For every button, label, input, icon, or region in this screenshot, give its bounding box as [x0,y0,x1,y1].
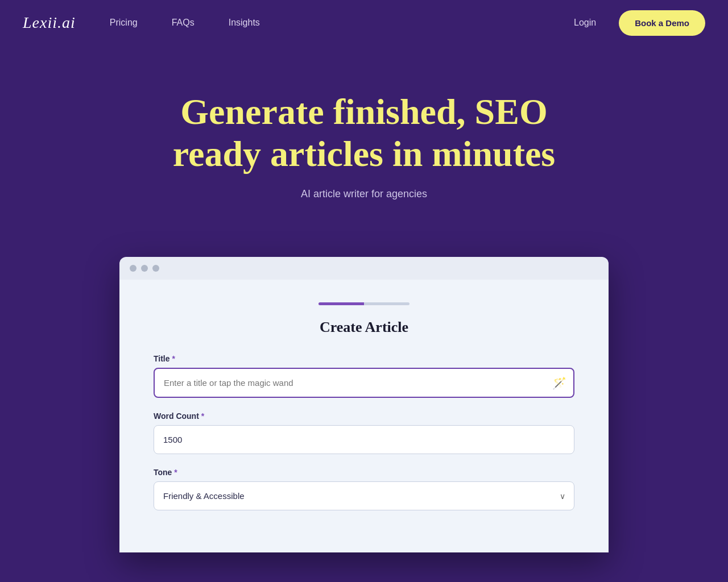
magic-wand-icon[interactable]: 🪄 [552,376,566,390]
logo-text: Lexii.ai [23,14,76,31]
tone-field-group: Tone * Friendly & Accessible Professiona… [154,468,574,510]
tone-select-wrapper: Friendly & Accessible Professional Casua… [154,481,574,510]
nav-links: Pricing FAQs Insights [110,18,574,28]
app-window: Create Article Title * 🪄 Word Count * [119,257,609,552]
title-input-wrapper: 🪄 [154,368,574,398]
word-count-input[interactable] [154,425,574,454]
progress-step-2 [364,302,410,305]
hero-title: Generate finished, SEO ready articles in… [136,91,592,174]
window-body: Create Article Title * 🪄 Word Count * [119,280,609,552]
form-title: Create Article [154,319,574,336]
window-titlebar [119,257,609,280]
title-field-group: Title * 🪄 [154,354,574,398]
logo[interactable]: Lexii.ai [23,14,76,32]
tone-label: Tone * [154,468,574,477]
progress-step-1 [318,302,364,305]
nav-faqs[interactable]: FAQs [172,18,195,28]
tone-select[interactable]: Friendly & Accessible Professional Casua… [154,481,574,510]
login-link[interactable]: Login [574,18,596,28]
word-count-label: Word Count * [154,411,574,421]
title-label: Title * [154,354,574,363]
nav-right: Login Book a Demo [574,10,705,36]
book-demo-button[interactable]: Book a Demo [619,10,705,36]
app-preview-wrapper: Create Article Title * 🪄 Word Count * [0,234,728,552]
word-count-field-group: Word Count * [154,411,574,454]
progress-bar [154,302,574,305]
title-input[interactable] [154,368,574,398]
hero-section: Generate finished, SEO ready articles in… [0,45,728,234]
nav-insights[interactable]: Insights [229,18,260,28]
navbar: Lexii.ai Pricing FAQs Insights Login Boo… [0,0,728,45]
window-dot-1 [130,265,136,272]
window-dot-2 [141,265,148,272]
nav-pricing[interactable]: Pricing [110,18,138,28]
hero-subtitle: AI article writer for agencies [301,188,427,200]
window-dot-3 [152,265,159,272]
